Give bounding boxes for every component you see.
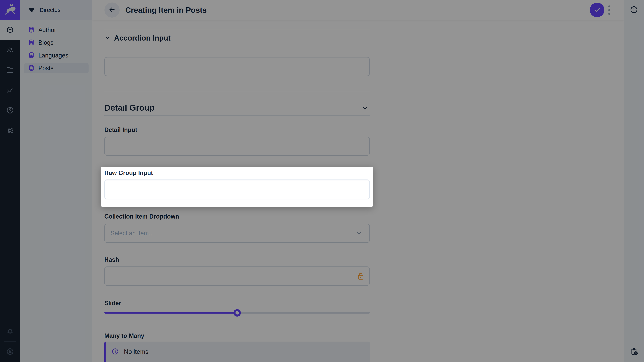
raw-group-input-label: Raw Group Input bbox=[104, 169, 153, 176]
raw-group-input[interactable] bbox=[104, 179, 370, 199]
raw-group-input-spotlight: Raw Group Input bbox=[101, 167, 373, 207]
